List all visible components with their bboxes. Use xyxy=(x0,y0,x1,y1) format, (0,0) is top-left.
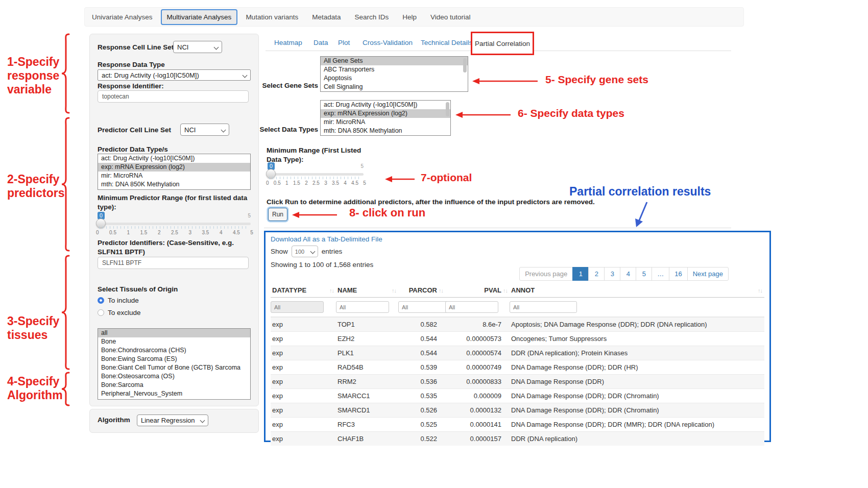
filter-datatype-input[interactable] xyxy=(271,301,324,313)
nav-tab-help[interactable]: Help xyxy=(402,13,417,21)
page-button-active[interactable]: 1 xyxy=(572,267,589,281)
nav-tab-mutation-variants[interactable]: Mutation variants xyxy=(246,13,298,21)
exclude-radio[interactable] xyxy=(98,309,104,316)
slider-track[interactable] xyxy=(268,173,364,176)
cell-name: TOP1 xyxy=(336,321,398,328)
annotation-step7: 7-optional xyxy=(421,172,472,184)
pagination: Previous page 1 2 3 4 5 … 16 Next page xyxy=(519,267,729,281)
nav-tab-video-tutorial[interactable]: Video tutorial xyxy=(430,13,471,21)
tab-technical-details[interactable]: Technical Details xyxy=(421,39,472,46)
cell-pval: 0.000009 xyxy=(445,392,510,400)
filter-name-input[interactable] xyxy=(336,301,389,313)
page-button[interactable]: 4 xyxy=(620,267,636,281)
chevron-down-icon xyxy=(214,44,219,50)
tissue-option[interactable]: Bone:Ewing Sarcoma (ES) xyxy=(98,355,250,363)
slider-tick-labels: 00.511.522.533.544.55 xyxy=(96,230,253,235)
sort-icon[interactable]: ↑↓ xyxy=(329,287,334,294)
tab-data[interactable]: Data xyxy=(314,39,328,46)
cell-annot: DNA Damage Response (DDR) xyxy=(510,378,764,385)
data-type-option[interactable]: mth: DNA 850K Methylation xyxy=(321,127,450,135)
algorithm-select[interactable]: Linear Regression xyxy=(137,414,208,426)
scrollbar-thumb[interactable] xyxy=(463,58,467,72)
nav-tab-univariate[interactable]: Univariate Analyses xyxy=(92,13,153,21)
scrollbar-thumb[interactable] xyxy=(446,102,449,116)
tick: 2 xyxy=(158,230,161,235)
response-data-type-select[interactable]: act: Drug Activity (-log10[IC50M]) xyxy=(98,69,251,81)
response-cell-line-set-select[interactable]: NCI xyxy=(173,41,222,53)
tick: 2.5 xyxy=(171,230,178,235)
tick: 3.5 xyxy=(202,230,209,235)
tissue-option[interactable]: Bone:Osteosarcoma (OS) xyxy=(98,372,250,381)
tick: 3 xyxy=(188,230,191,235)
predictor-identifiers-input[interactable] xyxy=(98,257,249,269)
data-types-listbox: act: Drug Activity (-log10[IC50M]) exp: … xyxy=(320,100,451,136)
gene-set-option[interactable]: Apoptosis xyxy=(321,74,468,83)
cell-name: CHAF1B xyxy=(336,435,398,443)
tab-cross-validation[interactable]: Cross-Validation xyxy=(363,39,413,46)
column-header-pval[interactable]: PVAL↑↓ xyxy=(445,286,510,294)
cell-annot: Oncogenes; Tumor Suppressors xyxy=(510,335,764,343)
data-types-label: Select Data Types xyxy=(258,126,318,133)
page-size-select[interactable]: 100 xyxy=(292,246,318,257)
nav-tab-metadata[interactable]: Metadata xyxy=(312,13,341,21)
sort-icon[interactable]: ↑↓ xyxy=(392,287,396,294)
tissue-listbox: all Bone Bone:Chondrosarcoma (CHS) Bone:… xyxy=(98,328,251,400)
predictor-cell-line-set-label: Predictor Cell Line Set xyxy=(98,126,171,134)
page-button[interactable]: 3 xyxy=(604,267,620,281)
column-header-datatype[interactable]: DATATYPE↑↓ xyxy=(271,286,336,294)
page-button[interactable]: 16 xyxy=(669,267,687,281)
sort-icon[interactable]: ↑↓ xyxy=(503,287,508,294)
gene-set-option-selected[interactable]: All Gene Sets xyxy=(321,57,468,65)
run-button[interactable]: Run xyxy=(268,208,287,221)
data-type-option-selected[interactable]: exp: mRNA Expression (log2) xyxy=(321,109,450,118)
app-screenshot: Univariate Analyses Multivariate Analyse… xyxy=(0,0,868,488)
cell-parcor: 0.582 xyxy=(398,321,445,328)
table-row: exp CHAF1B 0.522 0.0000157 DDR (DNA repl… xyxy=(271,431,764,446)
predictor-data-type-option-selected[interactable]: exp: mRNA Expression (log2) xyxy=(98,163,250,172)
nav-tab-multivariate[interactable]: Multivariate Analyses xyxy=(161,9,238,25)
filter-annot-input[interactable] xyxy=(510,301,577,313)
page-button[interactable]: 2 xyxy=(588,267,605,281)
brace-step2 xyxy=(60,116,70,252)
tissue-option[interactable]: Peripheral_Nervous_System xyxy=(98,389,250,398)
sort-icon[interactable]: ↑↓ xyxy=(439,287,443,294)
tissue-option-selected[interactable]: all xyxy=(98,329,250,337)
filter-parcor-input[interactable] xyxy=(398,301,451,313)
tab-plot[interactable]: Plot xyxy=(338,39,350,46)
tab-partial-correlation[interactable]: Partial Correlation xyxy=(475,40,530,47)
predictor-cell-line-set-select[interactable]: NCI xyxy=(180,124,229,136)
tick: 1 xyxy=(285,180,288,186)
cell-pval: 8.6e-7 xyxy=(445,321,510,328)
data-type-option[interactable]: mir: MicroRNA xyxy=(321,118,450,127)
column-header-parcor[interactable]: PARCOR↑↓ xyxy=(398,286,445,294)
predictor-data-type-option[interactable]: mth: DNA 850K Methylation xyxy=(98,180,250,189)
include-radio[interactable] xyxy=(98,297,104,304)
tissue-option[interactable]: Bone:Chondrosarcoma (CHS) xyxy=(98,346,250,355)
download-all-link[interactable]: Download All as a Tab-Delimited File xyxy=(271,235,382,243)
slider-tickmarks xyxy=(269,177,362,179)
previous-page-button[interactable]: Previous page xyxy=(519,267,573,281)
slider-track[interactable] xyxy=(98,223,251,225)
response-identifier-input[interactable] xyxy=(98,90,249,103)
filter-pval-input[interactable] xyxy=(445,301,498,313)
tick: 5 xyxy=(250,230,253,235)
tissue-option[interactable]: Bone:Sarcoma xyxy=(98,381,250,389)
page-button[interactable]: 5 xyxy=(636,267,652,281)
nav-tab-search-ids[interactable]: Search IDs xyxy=(354,13,389,21)
cell-name: RFC3 xyxy=(336,421,398,428)
sort-icon[interactable]: ↑↓ xyxy=(758,287,762,294)
gene-set-option[interactable]: ABC Transporters xyxy=(321,65,468,74)
cell-datatype: exp xyxy=(271,349,336,357)
tab-heatmap[interactable]: Heatmap xyxy=(274,39,302,46)
predictor-data-type-option[interactable]: mir: MicroRNA xyxy=(98,172,250,180)
tissue-option[interactable]: Bone:Giant Cell Tumor of Bone (GCTB) Sar… xyxy=(98,363,250,372)
data-type-option[interactable]: act: Drug Activity (-log10[IC50M]) xyxy=(321,101,450,109)
gene-set-option[interactable]: Cell Signaling xyxy=(321,83,468,91)
predictor-data-type-option[interactable]: act: Drug Activity (-log10[IC50M]) xyxy=(98,154,250,163)
column-header-name[interactable]: NAME↑↓ xyxy=(336,286,398,294)
cell-pval: 0.00000833 xyxy=(445,378,510,385)
column-header-annot[interactable]: ANNOT↑↓ xyxy=(510,286,764,294)
cell-pval: 0.0000132 xyxy=(445,406,510,414)
tissue-option[interactable]: Bone xyxy=(98,337,250,346)
next-page-button[interactable]: Next page xyxy=(687,267,729,281)
